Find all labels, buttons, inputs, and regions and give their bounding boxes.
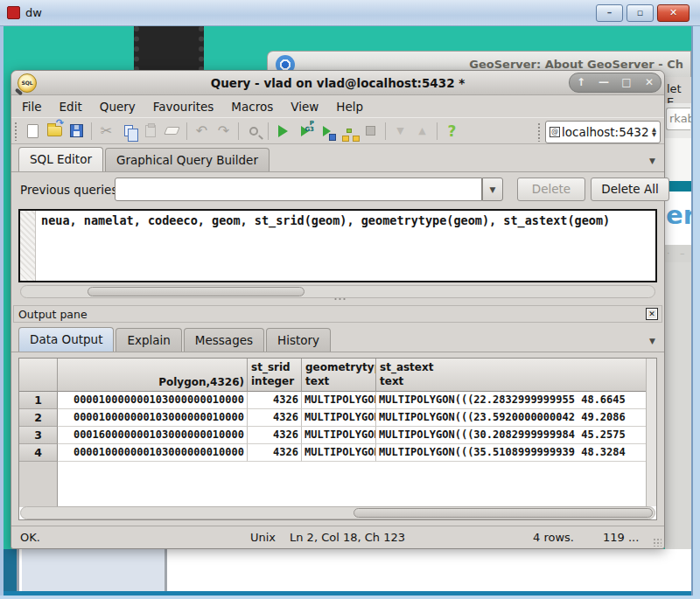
cell-astext[interactable]: MULTIPOLYGON(((23.5920000000042 49.2086 <box>376 409 647 427</box>
cell-geom[interactable]: 000010000000103000000010000 <box>58 444 248 462</box>
find-button[interactable] <box>242 120 264 143</box>
tab-messages[interactable]: Messages <box>184 328 264 352</box>
minimize-button[interactable]: — <box>593 73 614 92</box>
col-astext-header[interactable]: st_astexttext <box>376 359 647 392</box>
cell-geomtype[interactable]: MULTIPOLYGON <box>302 427 376 444</box>
execute-pgscript-button[interactable]: PG3 <box>294 120 316 143</box>
cell-geomtype[interactable]: MULTIPOLYGON <box>302 409 376 427</box>
cell-srid[interactable]: 4326 <box>248 392 302 409</box>
import-button[interactable]: ▼ <box>389 120 411 143</box>
desktop-dark-panel <box>134 26 204 72</box>
menu-query[interactable]: Query <box>91 100 144 114</box>
execute-to-file-button[interactable] <box>316 120 338 143</box>
output-tabs: Data Output Explain Messages History <box>18 327 332 352</box>
row-number[interactable]: 2 <box>19 409 58 427</box>
host-window-title: dw <box>25 6 42 19</box>
editor-hscrollbar[interactable] <box>20 285 655 298</box>
menu-view[interactable]: View <box>282 100 327 114</box>
redo-button[interactable]: ↷ <box>213 120 234 143</box>
copy-button[interactable] <box>117 120 139 143</box>
toolbar-separator <box>437 122 438 140</box>
export-button[interactable]: ▲ <box>411 120 433 143</box>
cell-srid[interactable]: 4326 <box>248 409 302 427</box>
new-file-button[interactable] <box>22 120 44 143</box>
cut-button[interactable]: ✂ <box>95 120 117 143</box>
cell-geom[interactable]: 000010000000103000000010000 <box>58 409 248 427</box>
paste-button[interactable] <box>139 120 161 143</box>
host-titlebar[interactable]: dw – ▫ ✕ <box>0 0 700 26</box>
shade-button[interactable]: ↑ <box>570 73 592 92</box>
menu-help[interactable]: Help <box>327 100 372 114</box>
cell-geom[interactable]: 000160000000103000000010000 <box>58 427 248 444</box>
table-row[interactable]: 1 000010000000103000000010000 4326 MULTI… <box>19 392 656 409</box>
sql-text[interactable]: neua, namelat, codeeco, geom, st_srid(ge… <box>41 213 610 227</box>
col-geometrytype-header[interactable]: geometrytypetext <box>302 359 376 392</box>
cell-srid[interactable]: 4326 <box>248 444 302 462</box>
host-minimize-button[interactable]: – <box>596 4 623 22</box>
tab-sql-editor[interactable]: SQL Editor <box>18 147 103 171</box>
clear-button[interactable] <box>161 120 183 143</box>
output-pane-close-icon[interactable]: ✕ <box>646 308 658 320</box>
connection-spinner[interactable]: ▲▼ <box>652 127 656 137</box>
table-row[interactable]: 3 000160000000103000000010000 4326 MULTI… <box>19 427 656 444</box>
sql-editor[interactable]: neua, namelat, codeeco, geom, st_srid(ge… <box>18 209 657 282</box>
col-srid-header[interactable]: st_sridinteger <box>248 359 302 392</box>
menu-favourites[interactable]: Favourites <box>144 100 223 114</box>
stop-icon <box>366 126 375 136</box>
table-row[interactable]: 4 000010000000103000000010000 4326 MULTI… <box>19 444 656 462</box>
query-titlebar[interactable]: SQL Query - vlad on vlad@localhost:5432 … <box>11 71 664 95</box>
previous-queries-dropdown-icon[interactable]: ▼ <box>482 178 503 201</box>
row-number[interactable]: 3 <box>19 427 58 444</box>
cell-geomtype[interactable]: MULTIPOLYGON <box>302 444 376 462</box>
output-tab-overflow-icon[interactable]: ▼ <box>649 337 655 345</box>
host-window-controls: – ▫ ✕ <box>596 4 690 22</box>
col-geom-header[interactable]: Polygon,4326) <box>58 359 248 392</box>
tab-explain[interactable]: Explain <box>116 328 181 352</box>
row-number[interactable]: 4 <box>19 444 58 462</box>
cell-geomtype[interactable]: MULTIPOLYGON <box>302 392 376 409</box>
browser-addressbar-fragment[interactable]: rkab <box>665 103 691 138</box>
menu-macros[interactable]: Macros <box>222 100 282 114</box>
help-button[interactable]: ? <box>441 120 463 143</box>
connection-combobox[interactable]: @ localhost:5432 ▲▼ <box>545 121 661 143</box>
cut-icon: ✂ <box>101 122 112 139</box>
cancel-query-button[interactable] <box>360 120 382 143</box>
address-box[interactable]: rkab <box>666 108 690 130</box>
tab-data-output[interactable]: Data Output <box>18 327 114 352</box>
cell-astext[interactable]: MULTIPOLYGON(((30.2082999999984 45.2575 <box>376 427 647 444</box>
delete-all-button[interactable]: Delete All <box>591 178 669 201</box>
undo-button[interactable]: ↶ <box>191 120 213 143</box>
host-window-border <box>0 26 4 596</box>
cell-srid[interactable]: 4326 <box>248 427 302 444</box>
grid-hscrollbar[interactable] <box>20 506 655 519</box>
host-close-button[interactable]: ✕ <box>657 4 690 22</box>
pane-splitter-grip[interactable] <box>333 297 346 301</box>
open-file-button[interactable] <box>44 120 66 143</box>
scrollbar-thumb[interactable] <box>88 287 304 296</box>
menu-edit[interactable]: Edit <box>51 100 91 114</box>
row-number[interactable]: 1 <box>19 392 58 409</box>
menu-file[interactable]: File <box>11 100 51 114</box>
scrollbar-thumb[interactable] <box>354 508 653 518</box>
host-maximize-button[interactable]: ▫ <box>626 4 654 22</box>
status-cursor-position: Ln 2, Col 18, Ch 123 <box>290 531 405 544</box>
connection-icon: @ <box>550 127 560 137</box>
cell-astext[interactable]: MULTIPOLYGON(((35.5108999999939 48.3284 <box>376 444 647 462</box>
save-button[interactable] <box>66 120 88 143</box>
tab-overflow-icon[interactable]: ▼ <box>649 157 655 165</box>
tab-history[interactable]: History <box>266 328 331 352</box>
close-button[interactable]: ✕ <box>639 73 660 92</box>
tab-graphical-query-builder[interactable]: Graphical Query Builder <box>105 148 270 171</box>
delete-button[interactable]: Delete <box>517 178 585 201</box>
resize-grip[interactable] <box>653 538 662 547</box>
grid-vscrollbar[interactable] <box>646 359 656 506</box>
corner-header[interactable] <box>19 359 58 392</box>
explain-button[interactable] <box>338 120 360 143</box>
cell-astext[interactable]: MULTIPOLYGON(((22.2832999999955 48.6645 <box>376 392 647 409</box>
cell-geom[interactable]: 000010000000103000000010000 <box>58 392 248 409</box>
table-row[interactable]: 2 000010000000103000000010000 4326 MULTI… <box>19 409 656 427</box>
data-grid[interactable]: Polygon,4326) st_sridinteger geometrytyp… <box>18 358 657 520</box>
maximize-button[interactable]: □ <box>616 73 637 92</box>
previous-queries-input[interactable] <box>115 178 482 201</box>
execute-button[interactable] <box>272 120 294 143</box>
